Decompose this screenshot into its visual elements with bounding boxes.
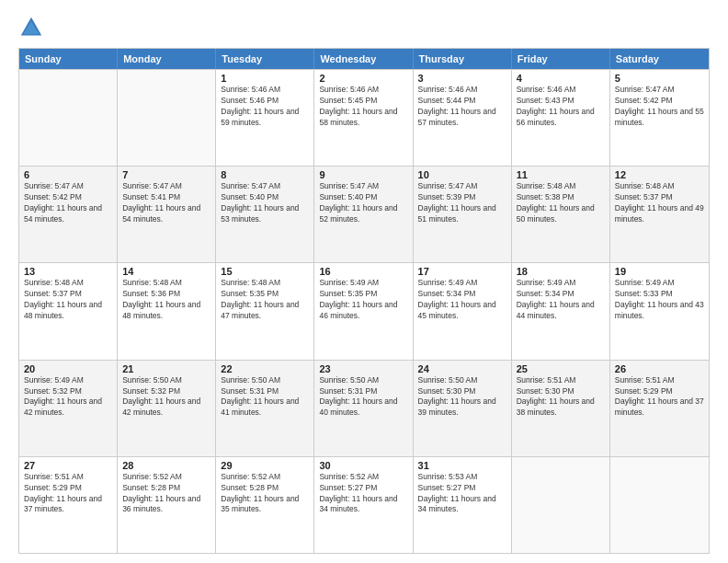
calendar-day-cell: 30Sunrise: 5:52 AM Sunset: 5:27 PM Dayli…	[314, 457, 413, 553]
weekday-header: Monday	[118, 49, 216, 69]
calendar-day-cell: 18Sunrise: 5:49 AM Sunset: 5:34 PM Dayli…	[512, 263, 610, 359]
calendar-day-cell: 28Sunrise: 5:52 AM Sunset: 5:28 PM Dayli…	[118, 457, 216, 553]
calendar-body: 1Sunrise: 5:46 AM Sunset: 5:46 PM Daylig…	[19, 69, 709, 553]
day-number: 7	[122, 169, 210, 180]
day-number: 2	[319, 73, 407, 84]
calendar-day-cell: 23Sunrise: 5:50 AM Sunset: 5:31 PM Dayli…	[314, 361, 413, 456]
day-number: 14	[122, 266, 210, 277]
weekday-header: Friday	[512, 49, 610, 69]
calendar-day-cell: 17Sunrise: 5:49 AM Sunset: 5:34 PM Dayli…	[414, 263, 512, 359]
day-info: Sunrise: 5:48 AM Sunset: 5:38 PM Dayligh…	[517, 181, 605, 225]
logo	[18, 15, 48, 40]
day-number: 30	[319, 460, 407, 471]
weekday-header: Sunday	[19, 49, 118, 69]
day-info: Sunrise: 5:52 AM Sunset: 5:28 PM Dayligh…	[122, 472, 210, 516]
empty-cell	[19, 70, 118, 166]
day-info: Sunrise: 5:48 AM Sunset: 5:37 PM Dayligh…	[24, 278, 112, 322]
day-info: Sunrise: 5:49 AM Sunset: 5:34 PM Dayligh…	[418, 278, 506, 322]
header	[18, 15, 710, 40]
day-number: 24	[418, 363, 506, 374]
day-info: Sunrise: 5:51 AM Sunset: 5:29 PM Dayligh…	[615, 375, 704, 419]
day-info: Sunrise: 5:46 AM Sunset: 5:43 PM Dayligh…	[517, 85, 605, 129]
day-info: Sunrise: 5:46 AM Sunset: 5:45 PM Dayligh…	[319, 85, 407, 129]
day-info: Sunrise: 5:47 AM Sunset: 5:42 PM Dayligh…	[24, 181, 112, 225]
day-number: 31	[418, 460, 506, 471]
day-number: 16	[319, 266, 407, 277]
day-number: 15	[221, 266, 309, 277]
calendar: SundayMondayTuesdayWednesdayThursdayFrid…	[18, 48, 710, 554]
empty-cell	[512, 457, 610, 553]
day-info: Sunrise: 5:49 AM Sunset: 5:32 PM Dayligh…	[24, 375, 112, 419]
calendar-row: 6Sunrise: 5:47 AM Sunset: 5:42 PM Daylig…	[19, 166, 709, 262]
calendar-day-cell: 5Sunrise: 5:47 AM Sunset: 5:42 PM Daylig…	[610, 70, 709, 166]
calendar-day-cell: 12Sunrise: 5:48 AM Sunset: 5:37 PM Dayli…	[610, 167, 709, 262]
day-number: 23	[319, 363, 407, 374]
day-info: Sunrise: 5:50 AM Sunset: 5:31 PM Dayligh…	[221, 375, 309, 419]
day-info: Sunrise: 5:47 AM Sunset: 5:40 PM Dayligh…	[221, 181, 309, 225]
day-number: 17	[418, 266, 506, 277]
day-info: Sunrise: 5:47 AM Sunset: 5:41 PM Dayligh…	[122, 181, 210, 225]
calendar-day-cell: 21Sunrise: 5:50 AM Sunset: 5:32 PM Dayli…	[118, 361, 216, 456]
calendar-day-cell: 29Sunrise: 5:52 AM Sunset: 5:28 PM Dayli…	[216, 457, 314, 553]
calendar-day-cell: 14Sunrise: 5:48 AM Sunset: 5:36 PM Dayli…	[118, 263, 216, 359]
empty-cell	[118, 70, 216, 166]
day-number: 13	[24, 266, 112, 277]
day-info: Sunrise: 5:53 AM Sunset: 5:27 PM Dayligh…	[418, 472, 506, 516]
day-number: 8	[221, 169, 309, 180]
day-number: 28	[122, 460, 210, 471]
calendar-day-cell: 31Sunrise: 5:53 AM Sunset: 5:27 PM Dayli…	[414, 457, 512, 553]
day-number: 11	[517, 169, 605, 180]
calendar-day-cell: 3Sunrise: 5:46 AM Sunset: 5:44 PM Daylig…	[414, 70, 512, 166]
calendar-day-cell: 26Sunrise: 5:51 AM Sunset: 5:29 PM Dayli…	[610, 361, 709, 456]
day-info: Sunrise: 5:49 AM Sunset: 5:33 PM Dayligh…	[615, 278, 704, 322]
day-info: Sunrise: 5:46 AM Sunset: 5:46 PM Dayligh…	[221, 85, 309, 129]
calendar-day-cell: 4Sunrise: 5:46 AM Sunset: 5:43 PM Daylig…	[512, 70, 610, 166]
day-info: Sunrise: 5:51 AM Sunset: 5:30 PM Dayligh…	[517, 375, 605, 419]
day-info: Sunrise: 5:48 AM Sunset: 5:35 PM Dayligh…	[221, 278, 309, 322]
calendar-day-cell: 11Sunrise: 5:48 AM Sunset: 5:38 PM Dayli…	[512, 167, 610, 262]
day-number: 19	[615, 266, 704, 277]
calendar-row: 13Sunrise: 5:48 AM Sunset: 5:37 PM Dayli…	[19, 262, 709, 359]
calendar-day-cell: 24Sunrise: 5:50 AM Sunset: 5:30 PM Dayli…	[414, 361, 512, 456]
calendar-day-cell: 19Sunrise: 5:49 AM Sunset: 5:33 PM Dayli…	[610, 263, 709, 359]
calendar-day-cell: 27Sunrise: 5:51 AM Sunset: 5:29 PM Dayli…	[19, 457, 118, 553]
day-info: Sunrise: 5:49 AM Sunset: 5:34 PM Dayligh…	[517, 278, 605, 322]
day-number: 20	[24, 363, 112, 374]
day-number: 9	[319, 169, 407, 180]
calendar-day-cell: 10Sunrise: 5:47 AM Sunset: 5:39 PM Dayli…	[414, 167, 512, 262]
weekday-header: Wednesday	[314, 49, 413, 69]
day-number: 21	[122, 363, 210, 374]
day-info: Sunrise: 5:50 AM Sunset: 5:31 PM Dayligh…	[319, 375, 407, 419]
calendar-day-cell: 9Sunrise: 5:47 AM Sunset: 5:40 PM Daylig…	[314, 167, 413, 262]
day-info: Sunrise: 5:47 AM Sunset: 5:42 PM Dayligh…	[615, 85, 704, 129]
page: SundayMondayTuesdayWednesdayThursdayFrid…	[0, 0, 728, 563]
day-number: 6	[24, 169, 112, 180]
day-number: 29	[221, 460, 309, 471]
day-info: Sunrise: 5:50 AM Sunset: 5:32 PM Dayligh…	[122, 375, 210, 419]
day-number: 26	[615, 363, 704, 374]
day-number: 22	[221, 363, 309, 374]
calendar-day-cell: 22Sunrise: 5:50 AM Sunset: 5:31 PM Dayli…	[216, 361, 314, 456]
calendar-day-cell: 6Sunrise: 5:47 AM Sunset: 5:42 PM Daylig…	[19, 167, 118, 262]
calendar-header: SundayMondayTuesdayWednesdayThursdayFrid…	[19, 49, 709, 69]
empty-cell	[610, 457, 709, 553]
day-info: Sunrise: 5:47 AM Sunset: 5:40 PM Dayligh…	[319, 181, 407, 225]
day-number: 1	[221, 73, 309, 84]
calendar-day-cell: 1Sunrise: 5:46 AM Sunset: 5:46 PM Daylig…	[216, 70, 314, 166]
day-number: 4	[517, 73, 605, 84]
calendar-row: 20Sunrise: 5:49 AM Sunset: 5:32 PM Dayli…	[19, 360, 709, 456]
calendar-row: 27Sunrise: 5:51 AM Sunset: 5:29 PM Dayli…	[19, 456, 709, 553]
day-info: Sunrise: 5:49 AM Sunset: 5:35 PM Dayligh…	[319, 278, 407, 322]
day-number: 25	[517, 363, 605, 374]
day-number: 3	[418, 73, 506, 84]
calendar-day-cell: 8Sunrise: 5:47 AM Sunset: 5:40 PM Daylig…	[216, 167, 314, 262]
weekday-header: Saturday	[610, 49, 709, 69]
day-number: 5	[615, 73, 704, 84]
day-info: Sunrise: 5:48 AM Sunset: 5:37 PM Dayligh…	[615, 181, 704, 225]
weekday-header: Tuesday	[216, 49, 314, 69]
day-info: Sunrise: 5:50 AM Sunset: 5:30 PM Dayligh…	[418, 375, 506, 419]
calendar-day-cell: 20Sunrise: 5:49 AM Sunset: 5:32 PM Dayli…	[19, 361, 118, 456]
calendar-day-cell: 2Sunrise: 5:46 AM Sunset: 5:45 PM Daylig…	[314, 70, 413, 166]
weekday-header: Thursday	[414, 49, 512, 69]
calendar-day-cell: 25Sunrise: 5:51 AM Sunset: 5:30 PM Dayli…	[512, 361, 610, 456]
